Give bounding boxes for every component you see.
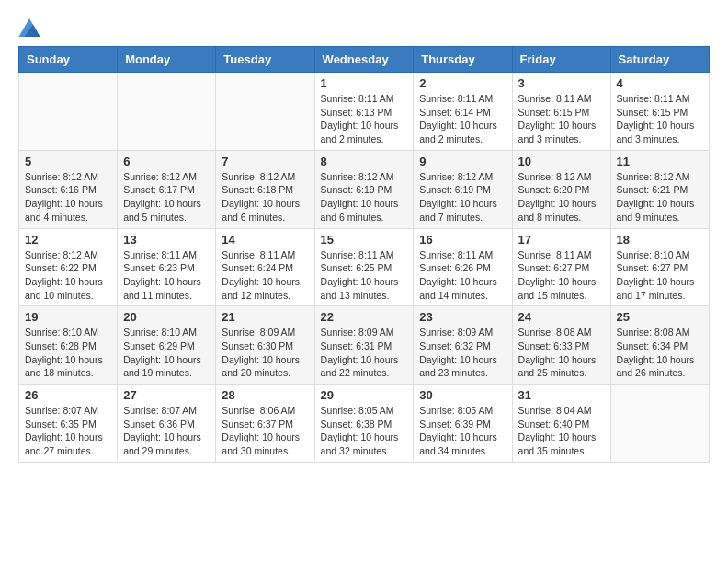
day-info: Sunrise: 8:11 AM Sunset: 6:26 PM Dayligh… <box>419 248 506 303</box>
day-info: Sunrise: 8:08 AM Sunset: 6:33 PM Dayligh… <box>518 326 605 380</box>
day-number: 25 <box>617 310 703 324</box>
day-number: 23 <box>419 310 506 324</box>
day-cell: 2Sunrise: 8:11 AM Sunset: 6:14 PM Daylig… <box>414 73 512 151</box>
day-info: Sunrise: 8:05 AM Sunset: 6:39 PM Dayligh… <box>419 404 506 458</box>
day-number: 21 <box>222 310 308 324</box>
day-number: 9 <box>419 155 506 168</box>
day-cell: 18Sunrise: 8:10 AM Sunset: 6:27 PM Dayli… <box>610 228 709 306</box>
day-info: Sunrise: 8:05 AM Sunset: 6:38 PM Dayligh… <box>321 404 408 458</box>
day-cell <box>610 385 709 463</box>
day-number: 2 <box>419 76 506 90</box>
day-cell: 28Sunrise: 8:06 AM Sunset: 6:37 PM Dayli… <box>216 385 314 463</box>
day-number: 30 <box>419 388 506 402</box>
day-number: 3 <box>518 76 605 90</box>
day-info: Sunrise: 8:09 AM Sunset: 6:31 PM Dayligh… <box>321 326 408 380</box>
week-row-1: 1Sunrise: 8:11 AM Sunset: 6:13 PM Daylig… <box>19 73 710 151</box>
day-info: Sunrise: 8:12 AM Sunset: 6:16 PM Dayligh… <box>25 170 111 224</box>
day-cell: 8Sunrise: 8:12 AM Sunset: 6:19 PM Daylig… <box>314 150 414 228</box>
day-info: Sunrise: 8:12 AM Sunset: 6:19 PM Dayligh… <box>419 170 506 224</box>
day-info: Sunrise: 8:09 AM Sunset: 6:32 PM Dayligh… <box>419 326 506 380</box>
day-cell: 29Sunrise: 8:05 AM Sunset: 6:38 PM Dayli… <box>314 385 414 463</box>
day-number: 1 <box>321 76 408 90</box>
day-cell: 10Sunrise: 8:12 AM Sunset: 6:20 PM Dayli… <box>512 150 610 228</box>
day-cell <box>118 73 216 151</box>
day-cell: 24Sunrise: 8:08 AM Sunset: 6:33 PM Dayli… <box>512 306 610 385</box>
day-cell: 21Sunrise: 8:09 AM Sunset: 6:30 PM Dayli… <box>216 306 314 385</box>
day-number: 11 <box>617 155 703 168</box>
day-info: Sunrise: 8:07 AM Sunset: 6:36 PM Dayligh… <box>123 404 210 458</box>
day-number: 6 <box>123 155 210 168</box>
day-cell: 19Sunrise: 8:10 AM Sunset: 6:28 PM Dayli… <box>19 306 118 385</box>
day-info: Sunrise: 8:11 AM Sunset: 6:15 PM Dayligh… <box>617 92 703 146</box>
day-cell: 4Sunrise: 8:11 AM Sunset: 6:15 PM Daylig… <box>610 73 709 151</box>
day-number: 27 <box>123 388 210 402</box>
week-row-3: 12Sunrise: 8:12 AM Sunset: 6:22 PM Dayli… <box>19 228 710 306</box>
weekday-header-row: SundayMondayTuesdayWednesdayThursdayFrid… <box>19 47 710 73</box>
day-info: Sunrise: 8:11 AM Sunset: 6:13 PM Dayligh… <box>321 92 408 146</box>
day-cell <box>19 73 118 151</box>
day-info: Sunrise: 8:12 AM Sunset: 6:17 PM Dayligh… <box>123 170 210 224</box>
page-header <box>18 18 710 37</box>
day-cell: 7Sunrise: 8:12 AM Sunset: 6:18 PM Daylig… <box>216 150 314 228</box>
day-cell: 5Sunrise: 8:12 AM Sunset: 6:16 PM Daylig… <box>19 150 118 228</box>
day-info: Sunrise: 8:10 AM Sunset: 6:27 PM Dayligh… <box>617 248 703 303</box>
day-info: Sunrise: 8:11 AM Sunset: 6:14 PM Dayligh… <box>419 92 506 146</box>
day-number: 26 <box>25 388 111 402</box>
day-info: Sunrise: 8:11 AM Sunset: 6:24 PM Dayligh… <box>222 248 308 303</box>
weekday-header-thursday: Thursday <box>414 47 512 73</box>
day-cell: 26Sunrise: 8:07 AM Sunset: 6:35 PM Dayli… <box>19 385 118 463</box>
day-number: 12 <box>25 233 111 247</box>
day-cell: 1Sunrise: 8:11 AM Sunset: 6:13 PM Daylig… <box>314 73 414 151</box>
calendar-table: SundayMondayTuesdayWednesdayThursdayFrid… <box>18 46 710 463</box>
day-number: 22 <box>321 310 408 324</box>
day-cell: 31Sunrise: 8:04 AM Sunset: 6:40 PM Dayli… <box>512 385 610 463</box>
weekday-header-tuesday: Tuesday <box>216 47 314 73</box>
day-cell: 25Sunrise: 8:08 AM Sunset: 6:34 PM Dayli… <box>610 306 709 385</box>
day-info: Sunrise: 8:10 AM Sunset: 6:29 PM Dayligh… <box>123 326 210 380</box>
day-cell: 16Sunrise: 8:11 AM Sunset: 6:26 PM Dayli… <box>414 228 512 306</box>
day-number: 18 <box>617 233 703 247</box>
day-number: 19 <box>25 310 111 324</box>
day-number: 7 <box>222 155 308 168</box>
day-number: 28 <box>222 388 308 402</box>
week-row-5: 26Sunrise: 8:07 AM Sunset: 6:35 PM Dayli… <box>19 385 710 463</box>
day-number: 29 <box>321 388 408 402</box>
week-row-4: 19Sunrise: 8:10 AM Sunset: 6:28 PM Dayli… <box>19 306 710 385</box>
day-number: 4 <box>617 76 703 90</box>
day-number: 15 <box>321 233 408 247</box>
day-cell: 20Sunrise: 8:10 AM Sunset: 6:29 PM Dayli… <box>118 306 216 385</box>
week-row-2: 5Sunrise: 8:12 AM Sunset: 6:16 PM Daylig… <box>19 150 710 228</box>
day-info: Sunrise: 8:12 AM Sunset: 6:20 PM Dayligh… <box>518 170 605 224</box>
day-cell: 27Sunrise: 8:07 AM Sunset: 6:36 PM Dayli… <box>118 385 216 463</box>
day-cell: 9Sunrise: 8:12 AM Sunset: 6:19 PM Daylig… <box>414 150 512 228</box>
day-number: 24 <box>518 310 605 324</box>
day-info: Sunrise: 8:11 AM Sunset: 6:25 PM Dayligh… <box>321 248 408 303</box>
logo-icon <box>18 18 40 37</box>
day-info: Sunrise: 8:12 AM Sunset: 6:18 PM Dayligh… <box>222 170 308 224</box>
day-number: 8 <box>321 155 408 168</box>
logo <box>18 18 44 37</box>
day-info: Sunrise: 8:08 AM Sunset: 6:34 PM Dayligh… <box>617 326 703 380</box>
day-info: Sunrise: 8:12 AM Sunset: 6:19 PM Dayligh… <box>321 170 408 224</box>
day-cell: 23Sunrise: 8:09 AM Sunset: 6:32 PM Dayli… <box>414 306 512 385</box>
day-info: Sunrise: 8:04 AM Sunset: 6:40 PM Dayligh… <box>518 404 605 458</box>
day-info: Sunrise: 8:06 AM Sunset: 6:37 PM Dayligh… <box>222 404 308 458</box>
day-number: 20 <box>123 310 210 324</box>
weekday-header-friday: Friday <box>512 47 610 73</box>
day-cell: 17Sunrise: 8:11 AM Sunset: 6:27 PM Dayli… <box>512 228 610 306</box>
day-cell: 22Sunrise: 8:09 AM Sunset: 6:31 PM Dayli… <box>314 306 414 385</box>
day-cell: 3Sunrise: 8:11 AM Sunset: 6:15 PM Daylig… <box>512 73 610 151</box>
day-cell: 14Sunrise: 8:11 AM Sunset: 6:24 PM Dayli… <box>216 228 314 306</box>
day-number: 10 <box>518 155 605 168</box>
day-info: Sunrise: 8:11 AM Sunset: 6:15 PM Dayligh… <box>518 92 605 146</box>
weekday-header-saturday: Saturday <box>610 47 709 73</box>
day-cell: 13Sunrise: 8:11 AM Sunset: 6:23 PM Dayli… <box>118 228 216 306</box>
day-cell: 15Sunrise: 8:11 AM Sunset: 6:25 PM Dayli… <box>314 228 414 306</box>
day-info: Sunrise: 8:12 AM Sunset: 6:21 PM Dayligh… <box>617 170 703 224</box>
day-info: Sunrise: 8:12 AM Sunset: 6:22 PM Dayligh… <box>25 248 111 303</box>
day-info: Sunrise: 8:10 AM Sunset: 6:28 PM Dayligh… <box>25 326 111 380</box>
day-number: 16 <box>419 233 506 247</box>
day-number: 14 <box>222 233 308 247</box>
day-number: 13 <box>123 233 210 247</box>
day-info: Sunrise: 8:11 AM Sunset: 6:27 PM Dayligh… <box>518 248 605 303</box>
